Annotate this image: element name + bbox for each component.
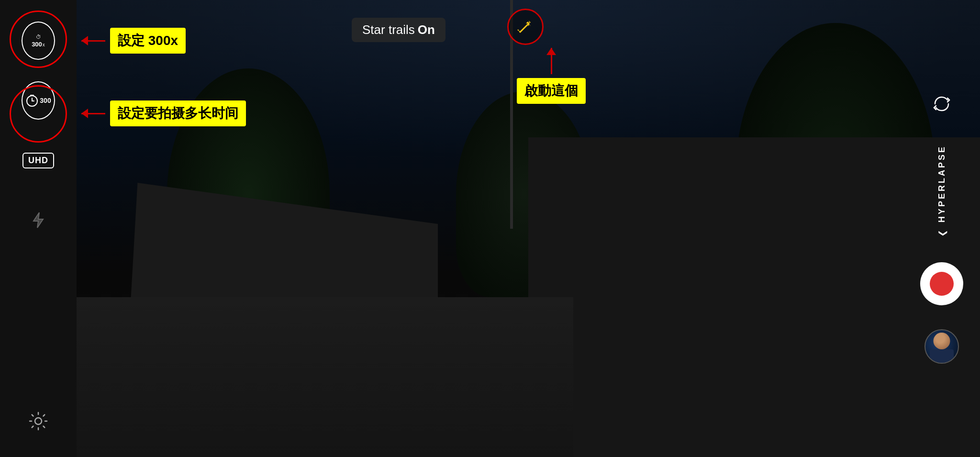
star-trails-button-area — [507, 9, 544, 45]
speed-icon: ⏱ 300 x — [22, 22, 55, 60]
star-trails-on-text: On — [418, 22, 435, 37]
timer-annotation-label: 設定要拍摄多长时间 — [110, 100, 246, 126]
right-panel: HYPERLAPSE ❮ — [903, 0, 980, 457]
sidebar: ⏱ 300 x 300 UHD — [0, 0, 77, 457]
flash-button[interactable] — [22, 203, 55, 237]
shooting-star-icon — [515, 17, 535, 37]
speed-arrow — [81, 40, 105, 42]
speed-suffix: x — [43, 42, 45, 47]
hyperlapse-chevron: ❮ — [936, 229, 947, 236]
activate-annotation-label: 啟動這個 — [517, 78, 586, 104]
svg-point-2 — [35, 418, 42, 424]
activate-up-arrow — [551, 48, 552, 74]
flip-icon — [931, 93, 952, 114]
svg-rect-1 — [30, 95, 34, 96]
record-indicator — [930, 272, 954, 296]
star-trails-text: Star trails — [362, 22, 415, 37]
wall-bottom — [77, 297, 573, 457]
record-button[interactable] — [920, 262, 963, 305]
hyperlapse-label: HYPERLAPSE — [937, 145, 947, 223]
thumbnail-body — [930, 349, 954, 363]
settings-button[interactable] — [22, 404, 55, 438]
speed-value: 300 — [32, 41, 42, 48]
timer-arrow — [81, 113, 105, 114]
hyperlapse-mode[interactable]: HYPERLAPSE ❮ — [937, 145, 947, 238]
star-trails-status: Star trails On — [352, 18, 445, 42]
uhd-button[interactable]: UHD — [22, 144, 55, 177]
timer-button[interactable]: 300 — [22, 84, 55, 117]
speed-annotation: 設定 300x — [81, 28, 186, 54]
timer-icon: 300 — [22, 81, 55, 120]
activate-annotation: 啟動這個 — [517, 48, 586, 104]
timer-annotation: 設定要拍摄多长时间 — [81, 100, 246, 126]
star-trails-button[interactable] — [507, 9, 544, 45]
timer-value: 300 — [40, 97, 51, 104]
settings-icon — [28, 411, 49, 432]
uhd-badge: UHD — [22, 153, 54, 168]
flash-icon — [29, 211, 48, 230]
gallery-thumbnail[interactable] — [924, 329, 959, 364]
thumbnail-face — [934, 333, 950, 349]
speed-multiplier-button[interactable]: ⏱ 300 x — [22, 24, 55, 57]
speed-annotation-label: 設定 300x — [110, 28, 186, 54]
clock-icon — [25, 94, 39, 107]
flip-camera-button[interactable] — [931, 93, 952, 116]
